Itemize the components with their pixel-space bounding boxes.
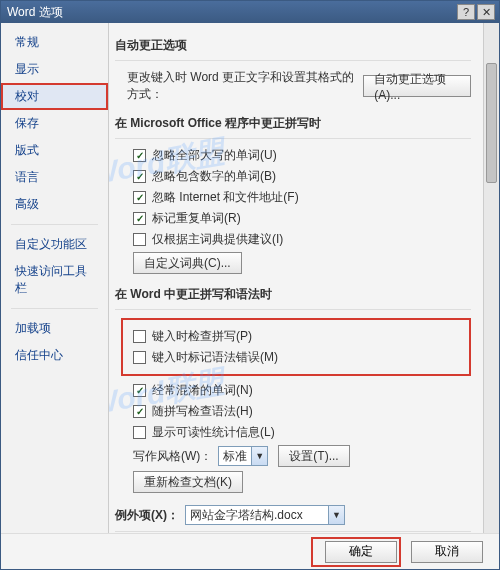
sidebar-item-language[interactable]: 语言	[1, 164, 108, 191]
checkbox-ignore-numbers[interactable]	[133, 170, 146, 183]
ok-button[interactable]: 确定	[325, 541, 397, 563]
dialog-title: Word 选项	[5, 4, 455, 21]
checkbox-label: 经常混淆的单词(N)	[152, 382, 253, 399]
recheck-document-button[interactable]: 重新检查文档(K)	[133, 471, 243, 493]
sidebar-item-layout[interactable]: 版式	[1, 137, 108, 164]
checkbox-label: 随拼写检查语法(H)	[152, 403, 253, 420]
select-value: 标准	[223, 448, 247, 465]
scrollbar-thumb[interactable]	[486, 63, 497, 183]
sidebar-separator	[11, 224, 98, 225]
section-autocorrect-heading: 自动更正选项	[115, 29, 471, 61]
checkbox-label: 仅根据主词典提供建议(I)	[152, 231, 283, 248]
writing-style-select[interactable]: 标准▼	[218, 446, 268, 466]
checkbox-ignore-uppercase[interactable]	[133, 149, 146, 162]
autocorrect-row: 更改键入时 Word 更正文字和设置其格式的方式： 自动更正选项(A)...	[127, 69, 471, 103]
sidebar-item-general[interactable]: 常规	[1, 29, 108, 56]
vertical-scrollbar[interactable]	[483, 23, 499, 533]
dialog-body: 常规 显示 校对 保存 版式 语言 高级 自定义功能区 快速访问工具栏 加载项 …	[1, 23, 499, 533]
section-word-heading: 在 Word 中更正拼写和语法时	[115, 278, 471, 310]
chevron-down-icon: ▼	[328, 506, 344, 524]
word-options-dialog: Word 选项 ? ✕ 常规 显示 校对 保存 版式 语言 高级 自定义功能区 …	[0, 0, 500, 570]
titlebar: Word 选项 ? ✕	[1, 1, 499, 23]
autocorrect-desc: 更改键入时 Word 更正文字和设置其格式的方式：	[127, 69, 357, 103]
checkbox-check-spelling-typing[interactable]	[133, 330, 146, 343]
checkbox-label: 键入时检查拼写(P)	[152, 328, 252, 345]
sidebar-separator	[11, 308, 98, 309]
checkbox-label: 忽略包含数字的单词(B)	[152, 168, 276, 185]
sidebar-item-customize-ribbon[interactable]: 自定义功能区	[1, 231, 108, 258]
checkbox-ignore-internet[interactable]	[133, 191, 146, 204]
highlight-box-ok: 确定	[311, 537, 401, 567]
exceptions-label: 例外项(X)：	[115, 507, 179, 524]
close-button[interactable]: ✕	[477, 4, 495, 20]
writing-style-settings-button[interactable]: 设置(T)...	[278, 445, 349, 467]
select-value: 网站金字塔结构.docx	[190, 507, 303, 524]
sidebar-item-display[interactable]: 显示	[1, 56, 108, 83]
checkbox-grammar-with-spelling[interactable]	[133, 405, 146, 418]
checkbox-label: 忽略 Internet 和文件地址(F)	[152, 189, 299, 206]
exceptions-doc-select[interactable]: 网站金字塔结构.docx▼	[185, 505, 345, 525]
checkbox-label: 显示可读性统计信息(L)	[152, 424, 275, 441]
checkbox-label: 忽略全部大写的单词(U)	[152, 147, 277, 164]
checkbox-main-dict-only[interactable]	[133, 233, 146, 246]
checkbox-mark-grammar-typing[interactable]	[133, 351, 146, 364]
sidebar-item-addins[interactable]: 加载项	[1, 315, 108, 342]
section-office-heading: 在 Microsoft Office 程序中更正拼写时	[115, 107, 471, 139]
sidebar-item-save[interactable]: 保存	[1, 110, 108, 137]
checkbox-readability-stats[interactable]	[133, 426, 146, 439]
sidebar: 常规 显示 校对 保存 版式 语言 高级 自定义功能区 快速访问工具栏 加载项 …	[1, 23, 109, 533]
checkbox-confused-words[interactable]	[133, 384, 146, 397]
section-exceptions-heading: 例外项(X)： 网站金字塔结构.docx▼	[115, 497, 471, 532]
help-button[interactable]: ?	[457, 4, 475, 20]
cancel-button[interactable]: 取消	[411, 541, 483, 563]
sidebar-item-proofing[interactable]: 校对	[1, 83, 108, 110]
checkbox-label: 键入时标记语法错误(M)	[152, 349, 278, 366]
checkbox-label: 标记重复单词(R)	[152, 210, 241, 227]
main-panel: Word联盟 Word联盟 自动更正选项 更改键入时 Word 更正文字和设置其…	[109, 23, 499, 533]
writing-style-label: 写作风格(W)：	[133, 448, 212, 465]
sidebar-item-trust[interactable]: 信任中心	[1, 342, 108, 369]
checkbox-flag-repeated[interactable]	[133, 212, 146, 225]
sidebar-item-advanced[interactable]: 高级	[1, 191, 108, 218]
highlight-box-spellcheck: 键入时检查拼写(P) 键入时标记语法错误(M)	[121, 318, 471, 376]
dialog-footer: 确定 取消	[1, 533, 499, 569]
chevron-down-icon: ▼	[251, 447, 267, 465]
sidebar-item-quick-access[interactable]: 快速访问工具栏	[1, 258, 108, 302]
autocorrect-options-button[interactable]: 自动更正选项(A)...	[363, 75, 471, 97]
custom-dictionaries-button[interactable]: 自定义词典(C)...	[133, 252, 242, 274]
